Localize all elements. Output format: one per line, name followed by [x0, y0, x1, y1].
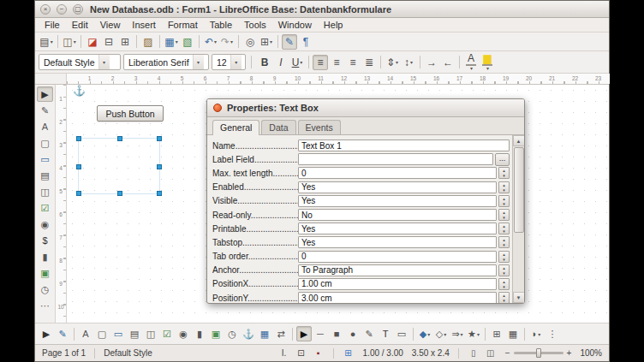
- spin-down-icon[interactable]: ▾: [499, 284, 509, 289]
- print-icon[interactable]: ⊟: [101, 34, 116, 50]
- list-box-icon[interactable]: ▤: [127, 326, 142, 341]
- chevron-down-icon[interactable]: ▾: [176, 39, 178, 45]
- spin-down-icon[interactable]: ▾: [499, 298, 509, 303]
- zoom-level-status[interactable]: 100%: [580, 348, 602, 358]
- formatting-marks-icon[interactable]: ¶: [298, 34, 313, 50]
- align-right-icon[interactable]: ≡: [345, 55, 361, 70]
- insert-image-icon[interactable]: ▧: [180, 34, 195, 50]
- option-button-icon[interactable]: ◉: [37, 217, 53, 232]
- design-mode-icon[interactable]: ✎: [55, 326, 70, 341]
- menu-item-tools[interactable]: Tools: [238, 19, 272, 31]
- push-button-icon[interactable]: ▮: [192, 326, 207, 341]
- option-button-icon[interactable]: ◉: [176, 326, 191, 341]
- menu-item-format[interactable]: Format: [162, 19, 204, 31]
- design-mode-icon[interactable]: ✎: [37, 103, 53, 118]
- property-input-enabled[interactable]: [298, 181, 497, 193]
- horizontal-ruler[interactable]: 1234567891011121314151617181920212223: [35, 74, 609, 85]
- menu-item-table[interactable]: Table: [204, 19, 238, 31]
- chevron-down-icon[interactable]: ▾: [230, 55, 242, 69]
- insert-text-box-icon[interactable]: T: [378, 326, 393, 341]
- group-box-icon[interactable]: ▢: [94, 326, 110, 341]
- dialog-scrollbar[interactable]: ▲ ▼: [512, 135, 524, 303]
- window-titlebar[interactable]: × − ▢ New Database.odb : Form1 - LibreOf…: [35, 1, 609, 18]
- chevron-down-icon[interactable]: ▾: [51, 39, 53, 45]
- tab-general[interactable]: General: [212, 120, 259, 135]
- font-size-combobox[interactable]: 12 ▾: [212, 54, 246, 70]
- line-spacing-icon[interactable]: ⇕▾: [385, 55, 400, 70]
- zoom-slider[interactable]: − +: [505, 349, 572, 358]
- chevron-down-icon[interactable]: ▾: [214, 39, 217, 45]
- clone-formatting-icon[interactable]: ▨: [140, 34, 156, 50]
- chevron-down-icon[interactable]: ▾: [486, 66, 489, 71]
- menu-item-view[interactable]: View: [94, 19, 127, 31]
- chevron-down-icon[interactable]: ▾: [98, 55, 110, 69]
- selection-handle-se[interactable]: [157, 191, 162, 196]
- font-name-combobox[interactable]: Liberation Serif ▾: [123, 54, 209, 70]
- font-color-icon[interactable]: A▾: [463, 55, 479, 70]
- close-button[interactable]: ×: [40, 4, 51, 15]
- chevron-down-icon[interactable]: ▾: [396, 59, 398, 65]
- new-document-icon[interactable]: ▤▾: [39, 34, 54, 50]
- more-controls-icon[interactable]: ⋯: [37, 298, 53, 313]
- selection-mode-icon[interactable]: ⊡: [295, 347, 307, 359]
- property-input-label-field[interactable]: [298, 153, 493, 165]
- group-box-icon[interactable]: ▢: [37, 135, 53, 151]
- property-input-anchor[interactable]: [298, 264, 497, 276]
- document-modified-icon[interactable]: ▪: [313, 347, 325, 359]
- insert-line-icon[interactable]: ─: [313, 326, 328, 341]
- browse-button-label-field[interactable]: ...: [495, 153, 510, 166]
- highlighting-color-icon[interactable]: ▆▾: [480, 55, 495, 70]
- date-field-icon[interactable]: ◷: [37, 282, 53, 297]
- vertical-ruler[interactable]: 12345678910: [56, 85, 67, 323]
- menu-item-insert[interactable]: Insert: [126, 19, 162, 31]
- tab-data[interactable]: Data: [261, 120, 295, 134]
- chevron-down-icon[interactable]: ▾: [270, 39, 272, 45]
- property-input-position-y[interactable]: [298, 292, 497, 304]
- align-justify-icon[interactable]: ≣: [361, 55, 377, 70]
- selection-handle-n[interactable]: [117, 136, 122, 141]
- spin-down-icon[interactable]: ▾: [499, 201, 509, 206]
- zoom-in-button[interactable]: +: [567, 349, 572, 358]
- label-field-icon[interactable]: A: [78, 326, 93, 341]
- chevron-down-icon[interactable]: ▾: [300, 59, 302, 65]
- selection-handle-sw[interactable]: [76, 191, 81, 196]
- minimize-button[interactable]: −: [57, 4, 67, 15]
- image-button-icon[interactable]: ▣: [208, 326, 224, 341]
- single-page-view-icon[interactable]: ▯: [468, 347, 480, 359]
- spin-down-icon[interactable]: ▾: [499, 228, 509, 234]
- chevron-down-icon[interactable]: ▾: [427, 331, 430, 337]
- spin-down-icon[interactable]: ▾: [499, 270, 509, 276]
- selection-handle-ne[interactable]: [157, 136, 162, 141]
- property-input-tabstop[interactable]: [298, 236, 497, 248]
- property-input-tab-order[interactable]: [298, 251, 497, 263]
- currency-field-icon[interactable]: $: [37, 233, 53, 248]
- undo-icon[interactable]: ↶▾: [203, 34, 218, 50]
- selection-handle-s[interactable]: [117, 191, 122, 196]
- paragraph-spacing-icon[interactable]: ↕▾: [401, 55, 416, 70]
- zoom-slider-track[interactable]: [514, 352, 564, 354]
- chevron-down-icon[interactable]: ▾: [410, 59, 413, 65]
- spin-down-icon[interactable]: ▾: [499, 173, 509, 178]
- scroll-up-icon[interactable]: ▲: [513, 135, 525, 146]
- navigator-icon[interactable]: ⊞▾: [259, 34, 274, 50]
- push-button-icon[interactable]: ▮: [37, 249, 53, 264]
- chevron-down-icon[interactable]: ▾: [470, 66, 473, 71]
- symbol-shapes-icon[interactable]: ◇▾: [433, 326, 449, 341]
- more-options-icon[interactable]: ⋮: [545, 326, 560, 341]
- text-box-icon[interactable]: ▭: [110, 326, 126, 341]
- chevron-down-icon[interactable]: ▾: [538, 331, 540, 337]
- insert-ellipse-icon[interactable]: ●: [345, 326, 361, 341]
- spin-down-icon[interactable]: ▾: [499, 242, 509, 247]
- property-input-read-only[interactable]: [298, 209, 497, 221]
- insert-mode-icon[interactable]: I.: [278, 347, 290, 359]
- insert-frame-icon[interactable]: ▭: [394, 326, 409, 341]
- align-center-icon[interactable]: ≡: [329, 55, 344, 70]
- freeform-line-icon[interactable]: ✎: [361, 326, 377, 341]
- anchor-icon[interactable]: ⚓: [241, 326, 256, 341]
- chevron-down-icon[interactable]: ▾: [461, 331, 463, 337]
- export-pdf-icon[interactable]: ◪: [85, 34, 100, 50]
- align-left-icon[interactable]: ≡: [313, 55, 328, 70]
- increase-indent-icon[interactable]: →: [424, 55, 439, 70]
- spin-down-icon[interactable]: ▾: [499, 215, 509, 220]
- check-box-icon[interactable]: ☑: [37, 200, 53, 216]
